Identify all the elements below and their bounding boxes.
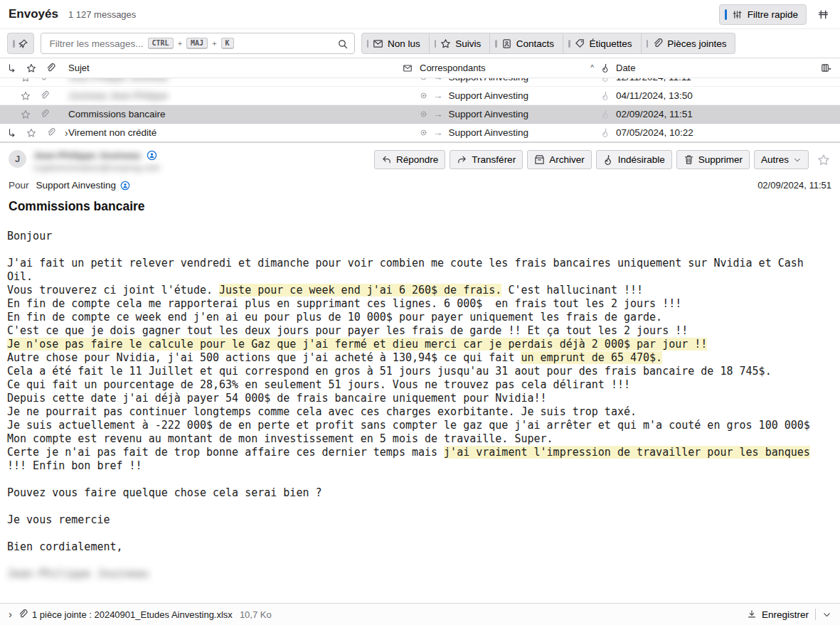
column-picker-icon[interactable] [821, 63, 831, 73]
read-column-icon[interactable] [403, 63, 413, 73]
sender-email-blurred: cryptomonnaiexx@xxxprog.com [33, 163, 160, 173]
pin-icon [18, 38, 28, 49]
forward-icon [457, 154, 467, 165]
kbd-maj: MAJ [186, 38, 208, 49]
body-line [7, 473, 815, 486]
filter-starred-button[interactable]: Suivis [429, 33, 491, 54]
to-label: Pour [9, 180, 29, 191]
chevron-down-icon[interactable] [822, 610, 831, 619]
filter-contacts-button[interactable]: Contacts [489, 33, 563, 54]
filter-attachments-button[interactable]: Pièces jointes [641, 33, 736, 54]
table-row-selected[interactable]: Commissions bancaire → Support Ainvestin… [0, 105, 840, 124]
sender-name-blurred: Jean-Philippe Jouineau [33, 150, 141, 161]
attachment-bar: › 1 pièce jointe : 20240901_Etudes Ainve… [0, 603, 840, 625]
search-placeholder: Filtrer les messages... [50, 38, 144, 49]
paperclip-icon [40, 109, 50, 119]
message-subject: Commissions bancaire [9, 199, 831, 214]
table-row[interactable]: Jouineau Jean-Philippe → Support Ainvest… [0, 87, 840, 105]
column-correspondents[interactable]: Correspondants ^ [420, 63, 601, 73]
read-dot-icon [420, 110, 427, 118]
junk-icon [601, 109, 610, 119]
pin-filter-button[interactable] [7, 33, 34, 54]
envelope-icon [373, 38, 383, 49]
kbd-ctrl: CTRL [148, 38, 174, 49]
save-attachment-button[interactable]: Enregistrer [745, 606, 833, 623]
thread-column-icon[interactable] [7, 63, 17, 73]
archive-button[interactable]: Archiver [527, 150, 592, 169]
junk-column-icon[interactable] [601, 63, 610, 73]
reply-button[interactable]: Répondre [374, 150, 445, 169]
attachment-size: 10,7 Ko [240, 609, 272, 620]
column-subject[interactable]: Sujet [63, 63, 403, 73]
body-line: Bonjour [7, 230, 815, 243]
star-column-icon[interactable] [26, 63, 36, 73]
message-date: 02/09/2024, 11:51 [757, 180, 831, 191]
download-icon [747, 609, 757, 619]
message-count: 1 127 messages [68, 9, 136, 20]
attachment-label[interactable]: 1 pièce jointe : 20240901_Etudes Ainvest… [32, 609, 233, 620]
body-line [7, 527, 815, 540]
table-row[interactable]: › Virement non crédité → Support Ainvest… [0, 124, 840, 142]
read-dot-icon [420, 129, 427, 137]
folder-title: Envoyés [9, 7, 58, 21]
body-line: C'est ce que je dois gagner tout les deu… [7, 324, 815, 338]
attachment-expander-icon[interactable]: › [7, 608, 18, 621]
junk-button[interactable]: Indésirable [596, 150, 672, 169]
read-dot-icon [420, 92, 427, 100]
body-line [7, 243, 815, 257]
paperclip-icon [652, 38, 663, 49]
table-row[interactable]: Jean-Philippe Jouineau → Support Ainvest… [0, 78, 840, 87]
message-star-icon[interactable] [816, 152, 831, 168]
paperclip-icon [40, 78, 50, 82]
row-subject: Commissions bancaire [63, 109, 420, 119]
row-subject-blurred: Jean-Philippe Jouineau [63, 78, 420, 82]
filter-toggle-group: Non lus Suivis Contacts Étiquettes [361, 33, 736, 54]
kbd-k: K [221, 38, 234, 49]
folder-header: Envoyés 1 127 messages Filtre rapide [0, 0, 840, 29]
body-line: Certe je n'ai pas fait de trop bonne aff… [7, 446, 815, 473]
filter-tags-button[interactable]: Étiquettes [563, 33, 642, 54]
body-line [7, 554, 815, 567]
star-icon [21, 91, 31, 101]
more-actions-button[interactable]: Autres [754, 150, 809, 169]
row-subject-blurred: Jouineau Jean-Philippe [63, 90, 420, 101]
thread-icon [7, 128, 17, 138]
read-dot-icon [420, 78, 427, 81]
paperclip-icon [18, 609, 28, 619]
address-book-icon [501, 38, 512, 49]
body-line: Je ne pourrait pas continuer longtemps c… [7, 405, 815, 419]
row-subject: Virement non crédité [63, 127, 420, 138]
body-line: Je suis actuellement à -222 000$ de en p… [7, 419, 815, 432]
body-line: Je n'ose pas faire le calcule pour le Ga… [7, 338, 815, 351]
forward-button[interactable]: Transférer [450, 150, 523, 169]
contact-add-icon [120, 181, 130, 191]
search-input[interactable]: Filtrer les messages... CTRL + MAJ + K [41, 33, 355, 54]
to-recipient[interactable]: Support Ainvesting [36, 180, 131, 191]
avatar: J [9, 150, 26, 168]
message-list-display-options-icon[interactable] [815, 6, 831, 23]
contact-add-icon[interactable] [147, 150, 157, 161]
delete-button[interactable]: Supprimer [676, 150, 750, 169]
message-header-pane: J Jean-Philippe Jouineau cryptomonnaiexx… [0, 142, 840, 214]
attachment-column-icon[interactable] [46, 63, 55, 73]
message-list: Jean-Philippe Jouineau → Support Ainvest… [0, 78, 840, 142]
junk-icon [601, 91, 610, 100]
trash-icon [684, 154, 694, 165]
star-icon [21, 109, 31, 119]
body-line: Autre chose pour Nvidia, j'ai 500 action… [7, 351, 815, 365]
paperclip-icon [46, 128, 55, 137]
reply-icon [381, 154, 392, 165]
star-icon [21, 78, 31, 82]
body-line: Vous trouverez ci joint l'étude. Juste p… [7, 284, 815, 297]
quick-filter-button[interactable]: Filtre rapide [719, 4, 807, 25]
quick-filter-active-indicator [725, 9, 727, 20]
chevron-down-icon [793, 156, 802, 164]
filter-unread-button[interactable]: Non lus [361, 33, 430, 54]
body-line: Ce qui fait un pourcentage de 28,63% en … [7, 378, 815, 392]
body-line: Cela a été fait le 11 Juillet et qui cor… [7, 365, 815, 378]
clipped-row-container: Jean-Philippe Jouineau → Support Ainvest… [0, 78, 840, 87]
quick-filter-label: Filtre rapide [748, 9, 798, 20]
body-line: Je vous remercie [7, 513, 815, 527]
sort-ascending-indicator: ^ [590, 64, 594, 72]
column-date[interactable]: Date [601, 63, 814, 73]
